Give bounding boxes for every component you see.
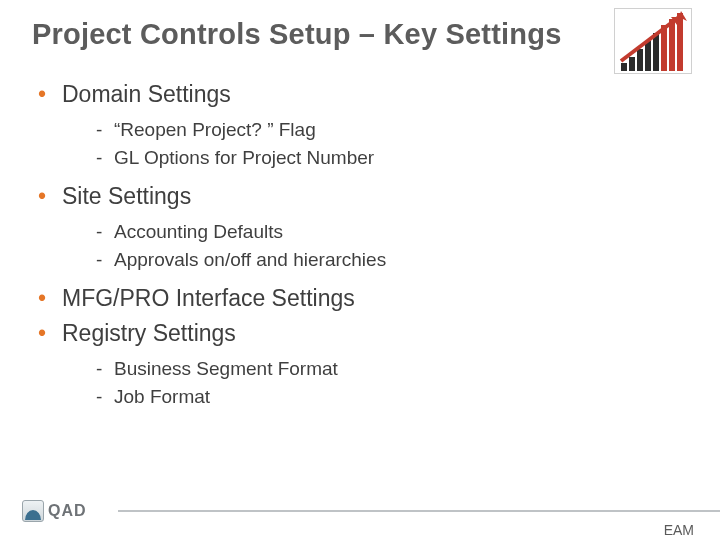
footer-divider xyxy=(118,510,720,512)
svg-rect-7 xyxy=(677,13,683,71)
svg-rect-0 xyxy=(621,63,627,71)
svg-rect-6 xyxy=(669,19,675,71)
brand-logo: QAD xyxy=(22,500,87,522)
slide: Project Controls Setup – Key Settings Do… xyxy=(0,0,720,540)
brand-text: QAD xyxy=(48,502,87,520)
bullet-label: Site Settings xyxy=(62,183,191,209)
sub-item: Accounting Defaults xyxy=(62,218,688,246)
bullet-label: MFG/PRO Interface Settings xyxy=(62,285,355,311)
bar-chart-icon xyxy=(614,8,692,74)
sub-list: Accounting Defaults Approvals on/off and… xyxy=(62,218,688,273)
slide-title: Project Controls Setup – Key Settings xyxy=(32,18,688,51)
bullet-label: Domain Settings xyxy=(62,81,231,107)
svg-rect-1 xyxy=(629,57,635,71)
brand-mark-icon xyxy=(22,500,44,522)
sub-item: GL Options for Project Number xyxy=(62,144,688,172)
bullet-registry-settings: Registry Settings Business Segment Forma… xyxy=(32,318,688,410)
bullet-list: Domain Settings “Reopen Project? ” Flag … xyxy=(32,79,688,410)
footer: QAD xyxy=(0,498,720,522)
sub-item: Approvals on/off and hierarchies xyxy=(62,246,688,274)
bullet-domain-settings: Domain Settings “Reopen Project? ” Flag … xyxy=(32,79,688,171)
sub-list: “Reopen Project? ” Flag GL Options for P… xyxy=(62,116,688,171)
bullet-label: Registry Settings xyxy=(62,320,236,346)
content-area: Domain Settings “Reopen Project? ” Flag … xyxy=(32,75,688,420)
sub-item: Business Segment Format xyxy=(62,355,688,383)
svg-rect-3 xyxy=(645,41,651,71)
bullet-site-settings: Site Settings Accounting Defaults Approv… xyxy=(32,181,688,273)
svg-rect-4 xyxy=(653,33,659,71)
bullet-mfgpro-interface: MFG/PRO Interface Settings xyxy=(32,283,688,314)
svg-rect-2 xyxy=(637,49,643,71)
sub-item: Job Format xyxy=(62,383,688,411)
corner-label: EAM xyxy=(664,522,694,538)
sub-item: “Reopen Project? ” Flag xyxy=(62,116,688,144)
sub-list: Business Segment Format Job Format xyxy=(62,355,688,410)
